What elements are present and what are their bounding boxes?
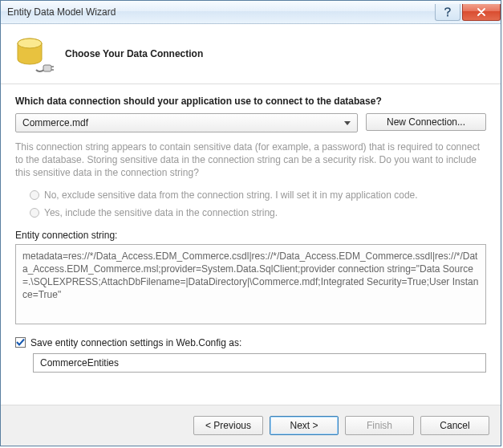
header-title: Choose Your Data Connection xyxy=(65,48,203,59)
cancel-button[interactable]: Cancel xyxy=(420,416,489,435)
close-icon xyxy=(477,8,486,16)
check-icon xyxy=(16,338,25,347)
entity-connstr-box[interactable]: metadata=res://*/Data_Access.EDM_Commerc… xyxy=(15,244,486,324)
new-connection-button[interactable]: New Connection... xyxy=(366,113,486,131)
include-sensitive-label: Yes, include the sensitive data in the c… xyxy=(44,207,278,218)
connection-dropdown[interactable]: Commerce.mdf xyxy=(15,113,358,132)
radio-icon xyxy=(30,208,39,218)
new-connection-label: New Connection... xyxy=(387,116,465,128)
titlebar: Entity Data Model Wizard xyxy=(1,1,501,24)
exclude-sensitive-radio: No, exclude sensitive data from the conn… xyxy=(30,189,486,201)
window-title: Entity Data Model Wizard xyxy=(7,6,433,18)
finish-button: Finish xyxy=(345,416,414,435)
include-sensitive-radio: Yes, include the sensitive data in the c… xyxy=(30,207,486,218)
question-text: Which data connection should your applic… xyxy=(15,96,486,107)
connection-selected: Commerce.mdf xyxy=(22,117,88,128)
save-settings-row: Save entity connection settings in Web.C… xyxy=(15,337,486,348)
next-button[interactable]: Next > xyxy=(270,416,339,435)
save-settings-checkbox[interactable] xyxy=(15,337,26,348)
close-button[interactable] xyxy=(462,4,501,21)
wizard-body: Which data connection should your applic… xyxy=(1,84,501,405)
help-icon xyxy=(444,7,452,17)
wizard-window: Entity Data Model Wizard xyxy=(0,0,501,446)
save-settings-label: Save entity connection settings in Web.C… xyxy=(30,337,241,348)
sensitive-info-text: This connection string appears to contai… xyxy=(15,141,486,180)
svg-rect-2 xyxy=(43,65,51,71)
finish-label: Finish xyxy=(367,420,392,431)
cancel-label: Cancel xyxy=(440,420,469,431)
svg-point-1 xyxy=(18,39,42,48)
settings-name-input[interactable]: CommerceEntities xyxy=(33,353,486,373)
entity-connstr-value: metadata=res://*/Data_Access.EDM_Commerc… xyxy=(22,250,478,301)
radio-icon xyxy=(30,190,39,200)
previous-button[interactable]: < Previous xyxy=(193,416,263,435)
chevron-down-icon xyxy=(341,114,354,132)
connection-row: Commerce.mdf New Connection... xyxy=(15,113,486,132)
wizard-header: Choose Your Data Connection xyxy=(1,24,501,84)
next-label: Next > xyxy=(290,420,318,431)
database-icon xyxy=(14,35,52,73)
help-button[interactable] xyxy=(435,4,460,21)
wizard-footer: < Previous Next > Finish Cancel xyxy=(1,405,501,446)
exclude-sensitive-label: No, exclude sensitive data from the conn… xyxy=(44,189,418,201)
previous-label: < Previous xyxy=(205,420,251,431)
settings-name-value: CommerceEntities xyxy=(40,357,119,369)
entity-connstr-label: Entity connection string: xyxy=(15,230,486,241)
